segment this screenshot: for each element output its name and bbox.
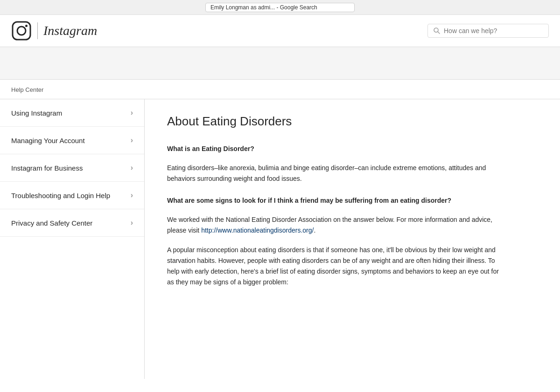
chevron-right-icon: › — [131, 219, 133, 227]
section-2-heading: What are some signs to look for if I thi… — [167, 195, 505, 206]
chevron-right-icon: › — [131, 136, 133, 144]
svg-rect-0 — [13, 22, 30, 40]
site-header: Instagram — [0, 15, 560, 47]
article-body: What is an Eating Disorder? Eating disor… — [167, 144, 505, 288]
instagram-logo-icon — [11, 21, 32, 41]
content-area: About Eating Disorders What is an Eating… — [145, 99, 527, 379]
search-icon — [434, 28, 440, 34]
logo-text: Instagram — [43, 23, 97, 38]
sidebar-item-troubleshooting-and-login-help[interactable]: Troubleshooting and Login Help› — [0, 182, 144, 209]
sidebar-item-label: Managing Your Account — [11, 137, 85, 144]
sidebar: Using Instagram›Managing Your Account›In… — [0, 99, 145, 379]
svg-point-1 — [17, 27, 26, 35]
sidebar-item-label: Using Instagram — [11, 109, 62, 117]
chevron-right-icon: › — [131, 164, 133, 172]
main-layout: Using Instagram›Managing Your Account›In… — [0, 99, 560, 379]
sidebar-item-managing-your-account[interactable]: Managing Your Account› — [0, 127, 144, 154]
header-search — [427, 24, 549, 38]
search-input[interactable] — [444, 27, 543, 34]
hero-banner — [0, 47, 560, 80]
sidebar-item-label: Privacy and Safety Center — [11, 219, 92, 227]
help-center-label: Help Center — [0, 80, 560, 99]
section-2-paragraph: A popular misconception about eating dis… — [167, 245, 505, 288]
address-bar[interactable]: Emily Longman as admi... - Google Search — [205, 3, 355, 12]
svg-line-4 — [438, 32, 440, 34]
browser-bar: Emily Longman as admi... - Google Search — [0, 0, 560, 15]
sidebar-item-label: Troubleshooting and Login Help — [11, 192, 110, 199]
svg-point-2 — [25, 25, 28, 27]
chevron-right-icon: › — [131, 191, 133, 199]
sidebar-item-label: Instagram for Business — [11, 164, 83, 172]
article-title: About Eating Disorders — [167, 114, 505, 129]
sidebar-item-instagram-for-business[interactable]: Instagram for Business› — [0, 154, 144, 182]
sidebar-item-using-instagram[interactable]: Using Instagram› — [0, 99, 144, 127]
section-1-body: Eating disorders–like anorexia, bulimia … — [167, 163, 505, 184]
logo-divider — [37, 22, 38, 39]
logo-area: Instagram — [11, 21, 97, 41]
search-input-wrapper — [427, 24, 549, 38]
neda-link[interactable]: http://www.nationaleatingdisorders.org/ — [201, 227, 314, 234]
section-2-intro: We worked with the National Eating Disor… — [167, 214, 505, 236]
section-1-heading: What is an Eating Disorder? — [167, 144, 505, 154]
chevron-right-icon: › — [131, 109, 133, 117]
sidebar-item-privacy-and-safety-center[interactable]: Privacy and Safety Center› — [0, 209, 144, 237]
